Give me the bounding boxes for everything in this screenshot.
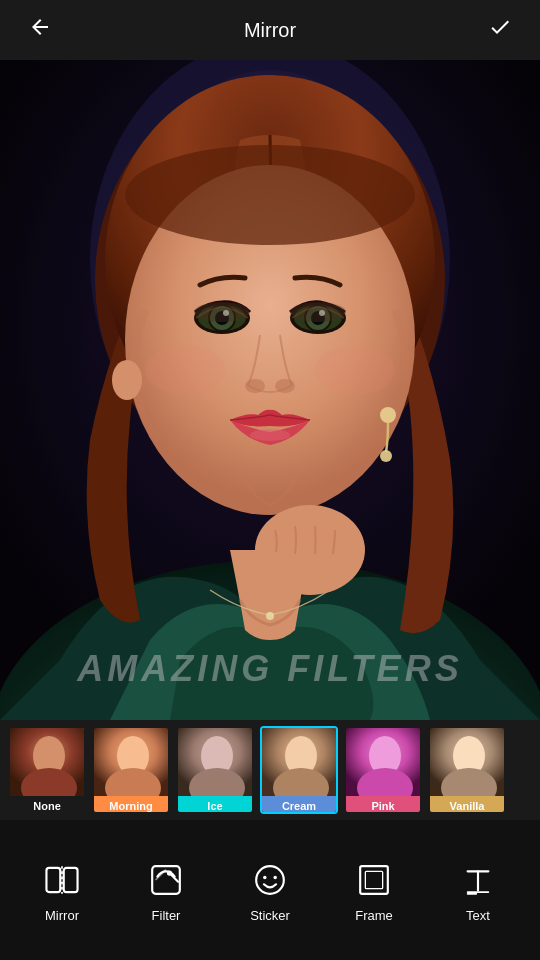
text-label: Text <box>466 908 490 923</box>
svg-point-57 <box>263 875 266 878</box>
main-image-area: AMAZING FILTERS <box>0 60 540 720</box>
svg-rect-60 <box>365 871 382 888</box>
toolbar-item-sticker[interactable]: Sticker <box>225 858 315 923</box>
filter-item-cream[interactable]: Cream <box>260 726 338 814</box>
filter-item-morning[interactable]: Morning <box>92 726 170 814</box>
filter-thumb-pink <box>346 728 420 796</box>
text-icon <box>456 858 500 902</box>
back-button[interactable] <box>20 7 60 53</box>
svg-point-4 <box>266 612 274 620</box>
toolbar-item-text[interactable]: Text <box>433 858 523 923</box>
filter-item-vanilla[interactable]: Vanilla <box>428 726 506 814</box>
svg-point-24 <box>275 379 295 393</box>
filter-item-ice[interactable]: Ice <box>176 726 254 814</box>
filter-label-none: None <box>10 796 84 814</box>
svg-point-8 <box>125 145 415 245</box>
filter-item-pink[interactable]: Pink <box>344 726 422 814</box>
svg-point-31 <box>112 360 142 400</box>
svg-point-27 <box>315 345 395 395</box>
header: Mirror <box>0 0 540 60</box>
filter-thumb-vanilla <box>430 728 504 796</box>
sticker-icon <box>248 858 292 902</box>
filter-thumb-morning <box>94 728 168 796</box>
svg-point-30 <box>380 450 392 462</box>
svg-point-58 <box>273 875 276 878</box>
filter-label: Filter <box>152 908 181 923</box>
mirror-icon <box>40 858 84 902</box>
frame-icon <box>352 858 396 902</box>
filter-label-ice: Ice <box>178 796 252 814</box>
toolbar-item-mirror[interactable]: Mirror <box>17 858 107 923</box>
svg-point-55 <box>167 870 172 875</box>
svg-rect-59 <box>360 866 388 894</box>
sticker-label: Sticker <box>250 908 290 923</box>
filter-label-vanilla: Vanilla <box>430 796 504 814</box>
filter-thumb-cream <box>262 728 336 796</box>
filter-thumb-none <box>10 728 84 796</box>
check-icon <box>488 15 512 39</box>
filter-label-morning: Morning <box>94 796 168 814</box>
svg-point-21 <box>194 302 250 322</box>
back-arrow-icon <box>28 15 52 39</box>
mirror-label: Mirror <box>45 908 79 923</box>
page-title: Mirror <box>244 19 296 42</box>
svg-point-29 <box>380 407 396 423</box>
portrait-svg <box>0 60 540 720</box>
filter-label-pink: Pink <box>346 796 420 814</box>
frame-label: Frame <box>355 908 393 923</box>
toolbar-item-frame[interactable]: Frame <box>329 858 419 923</box>
svg-point-25 <box>250 429 290 441</box>
svg-rect-50 <box>46 867 60 891</box>
toolbar: Mirror Filter Sticker <box>0 820 540 960</box>
filter-icon <box>144 858 188 902</box>
svg-rect-51 <box>64 867 78 891</box>
toolbar-item-filter[interactable]: Filter <box>121 858 211 923</box>
portrait-container <box>0 60 540 720</box>
svg-point-22 <box>290 302 346 322</box>
filter-strip: None Morning <box>0 720 540 820</box>
svg-point-26 <box>145 345 225 395</box>
svg-point-56 <box>256 866 284 894</box>
filter-label-cream: Cream <box>262 796 336 814</box>
svg-point-23 <box>245 379 265 393</box>
confirm-button[interactable] <box>480 7 520 53</box>
watermark-text: AMAZING FILTERS <box>77 648 462 690</box>
filter-thumb-ice <box>178 728 252 796</box>
filter-item-none[interactable]: None <box>8 726 86 814</box>
